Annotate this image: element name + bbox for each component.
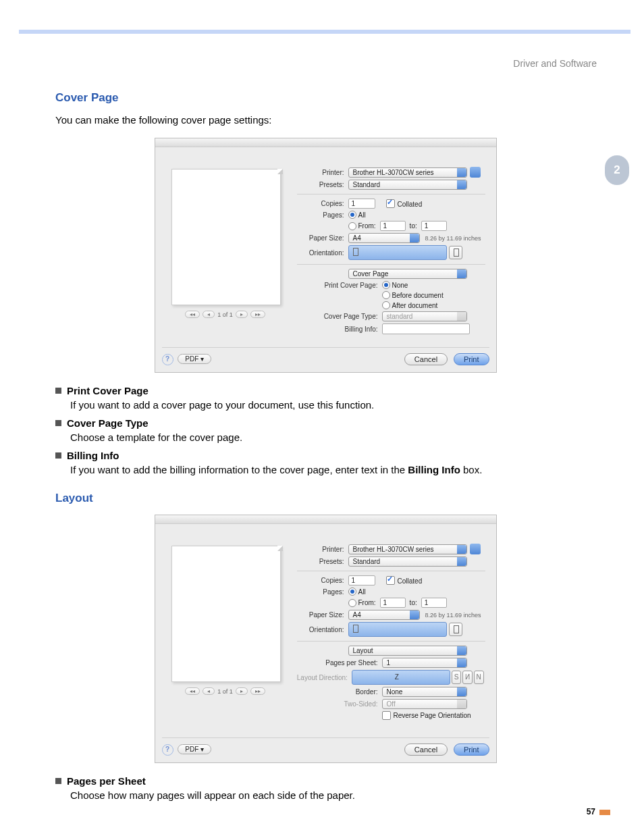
reverse-orientation-checkbox[interactable] bbox=[382, 711, 391, 720]
print-button[interactable]: Print bbox=[454, 353, 489, 365]
two-sided-label: Two-Sided: bbox=[297, 700, 382, 708]
orientation-landscape-button[interactable] bbox=[449, 623, 462, 636]
bullet-billing-info-desc: If you want to add the billing informati… bbox=[70, 464, 595, 475]
page-number: 57 bbox=[587, 807, 595, 816]
pages-from-input[interactable]: 1 bbox=[380, 598, 406, 608]
cover-page-type-select[interactable]: standard bbox=[382, 311, 467, 321]
section-layout-title: Layout bbox=[55, 492, 595, 505]
pcp-before-label: Before document bbox=[392, 292, 444, 299]
collated-label: Collated bbox=[398, 201, 423, 208]
pages-to-input[interactable]: 1 bbox=[421, 598, 447, 608]
nav-last-button[interactable]: ▸▸ bbox=[250, 311, 265, 318]
dialog-titlebar bbox=[155, 138, 496, 147]
papersize-select[interactable]: A4 bbox=[348, 233, 420, 243]
section-cover-page-lead: You can make the following cover page se… bbox=[55, 114, 595, 126]
pages-label: Pages: bbox=[297, 588, 348, 596]
dialog-titlebar bbox=[155, 515, 496, 524]
papersize-note: 8.26 by 11.69 inches bbox=[425, 612, 481, 619]
billing-info-input[interactable] bbox=[382, 323, 470, 334]
pages-to-label: to: bbox=[410, 599, 417, 606]
printer-collapse-button[interactable] bbox=[470, 544, 481, 554]
bullet-print-cover-page: Print Cover Page bbox=[55, 385, 595, 396]
section-cover-page-title: Cover Page bbox=[55, 91, 595, 105]
collated-checkbox[interactable] bbox=[386, 199, 395, 208]
print-cover-page-label: Print Cover Page: bbox=[297, 282, 382, 289]
printer-select[interactable]: Brother HL-3070CW series bbox=[348, 167, 467, 178]
cancel-button[interactable]: Cancel bbox=[404, 353, 448, 365]
pages-from-radio[interactable] bbox=[348, 222, 356, 230]
billing-info-label: Billing Info: bbox=[297, 325, 382, 333]
border-select[interactable]: None bbox=[382, 687, 467, 697]
cover-page-type-label: Cover Page Type: bbox=[297, 313, 382, 320]
help-button[interactable]: ? bbox=[162, 354, 173, 365]
pages-to-input[interactable]: 1 bbox=[421, 221, 447, 231]
printer-collapse-button[interactable] bbox=[470, 167, 481, 178]
pages-from-input[interactable]: 1 bbox=[380, 221, 406, 231]
nav-first-button[interactable]: ◂◂ bbox=[185, 687, 200, 695]
two-sided-select[interactable]: Off bbox=[382, 699, 467, 709]
pages-all-label: All bbox=[358, 211, 366, 219]
layout-dir-s-button[interactable]: S bbox=[452, 671, 462, 684]
collated-checkbox[interactable] bbox=[386, 576, 395, 585]
layout-direction-label: Layout Direction: bbox=[297, 674, 352, 681]
bullet-print-cover-page-desc: If you want to add a cover page to your … bbox=[70, 399, 595, 411]
pcp-after-radio[interactable] bbox=[382, 301, 390, 309]
nav-page-indicator: 1 of 1 bbox=[217, 688, 233, 695]
bullet-pages-per-sheet: Pages per Sheet bbox=[55, 775, 595, 787]
pages-all-radio[interactable] bbox=[348, 211, 356, 219]
pcp-none-radio[interactable] bbox=[382, 281, 390, 289]
pages-from-label: From: bbox=[358, 222, 376, 230]
panel-select[interactable]: Layout bbox=[348, 646, 467, 656]
pages-per-sheet-label: Pages per Sheet: bbox=[297, 659, 382, 667]
papersize-note: 8.26 by 11.69 inches bbox=[425, 235, 481, 242]
orientation-portrait-button[interactable] bbox=[348, 245, 447, 260]
orientation-label: Orientation: bbox=[297, 626, 348, 633]
chapter-tab: 2 bbox=[605, 155, 629, 185]
collated-label: Collated bbox=[398, 577, 423, 585]
pages-all-label: All bbox=[358, 588, 366, 596]
copies-input[interactable]: 1 bbox=[348, 199, 375, 209]
nav-last-button[interactable]: ▸▸ bbox=[250, 687, 265, 695]
preview-nav: ◂◂ ◂ 1 of 1 ▸ ▸▸ bbox=[171, 311, 279, 318]
pages-to-label: to: bbox=[410, 222, 417, 230]
cancel-button[interactable]: Cancel bbox=[404, 744, 448, 756]
pcp-after-label: After document bbox=[392, 302, 438, 309]
panel-select[interactable]: Cover Page bbox=[348, 269, 467, 279]
orientation-landscape-button[interactable] bbox=[449, 246, 462, 259]
copies-input[interactable]: 1 bbox=[348, 575, 375, 585]
nav-prev-button[interactable]: ◂ bbox=[203, 687, 215, 695]
presets-label: Presets: bbox=[297, 558, 348, 565]
pdf-menu-button[interactable]: PDF ▾ bbox=[178, 354, 211, 364]
pages-from-radio[interactable] bbox=[348, 599, 356, 607]
pages-label: Pages: bbox=[297, 211, 348, 219]
printer-select[interactable]: Brother HL-3070CW series bbox=[348, 544, 467, 554]
pages-all-radio[interactable] bbox=[348, 588, 356, 596]
pages-per-sheet-select[interactable]: 1 bbox=[382, 658, 467, 668]
presets-select[interactable]: Standard bbox=[348, 556, 467, 567]
nav-page-indicator: 1 of 1 bbox=[217, 311, 233, 318]
pages-from-label: From: bbox=[358, 599, 376, 606]
breadcrumb: Driver and Software bbox=[513, 58, 597, 69]
copies-label: Copies: bbox=[297, 577, 348, 584]
layout-dir-m-button[interactable]: N bbox=[474, 671, 484, 684]
layout-dir-n-button[interactable]: И bbox=[462, 671, 473, 684]
page-number-accent bbox=[599, 810, 610, 815]
orientation-portrait-button[interactable] bbox=[348, 622, 447, 637]
layout-dir-z-button[interactable]: Z bbox=[352, 670, 450, 685]
nav-first-button[interactable]: ◂◂ bbox=[185, 311, 200, 318]
print-dialog-layout: ◂◂ ◂ 1 of 1 ▸ ▸▸ Printer: Brother HL-307… bbox=[155, 515, 497, 763]
pcp-before-radio[interactable] bbox=[382, 291, 390, 299]
pdf-menu-button[interactable]: PDF ▾ bbox=[178, 744, 211, 754]
nav-prev-button[interactable]: ◂ bbox=[203, 311, 215, 318]
papersize-label: Paper Size: bbox=[297, 611, 348, 619]
papersize-select[interactable]: A4 bbox=[348, 610, 420, 620]
nav-next-button[interactable]: ▸ bbox=[236, 311, 248, 318]
nav-next-button[interactable]: ▸ bbox=[236, 687, 248, 695]
papersize-label: Paper Size: bbox=[297, 234, 348, 242]
top-accent-bar bbox=[19, 30, 630, 34]
bullet-billing-info: Billing Info bbox=[55, 450, 595, 461]
help-button[interactable]: ? bbox=[162, 744, 173, 756]
presets-select[interactable]: Standard bbox=[348, 180, 467, 190]
print-button[interactable]: Print bbox=[454, 744, 489, 756]
bullet-cover-page-type: Cover Page Type bbox=[55, 417, 595, 429]
